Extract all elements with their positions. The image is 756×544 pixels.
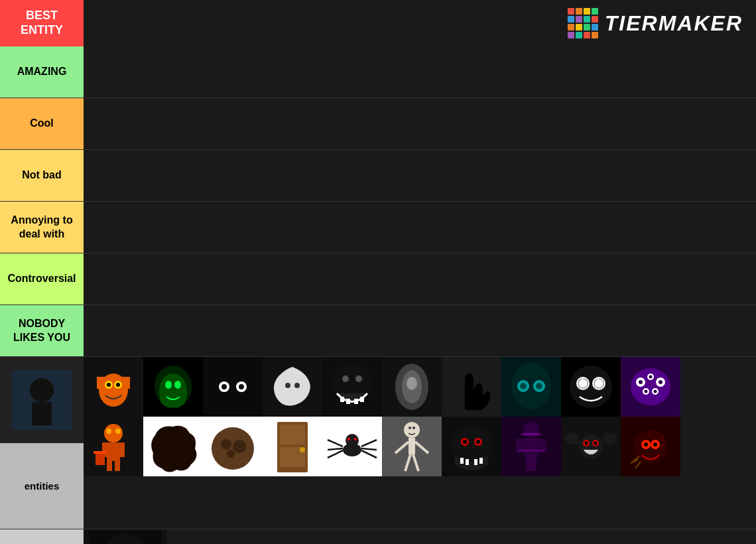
tier-label-cool: Cool	[0, 98, 84, 149]
header-title: BESTENTITY	[0, 0, 84, 46]
svg-point-130	[653, 442, 657, 446]
svg-point-59	[104, 424, 123, 442]
svg-point-1	[30, 378, 54, 402]
entity-ghost-green[interactable]	[143, 357, 203, 417]
entity-spiked-creature[interactable]	[621, 417, 680, 476]
svg-point-8	[116, 383, 120, 387]
svg-point-55	[659, 380, 662, 384]
svg-point-123	[585, 442, 588, 445]
svg-point-19	[239, 384, 244, 389]
entity-spiral-face[interactable]	[561, 357, 621, 417]
svg-rect-9	[97, 377, 105, 389]
entity-row-1	[84, 357, 756, 417]
svg-rect-64	[115, 461, 120, 471]
svg-point-14	[174, 381, 181, 389]
svg-rect-28	[346, 399, 350, 404]
entity-orange-cat[interactable]	[84, 357, 143, 417]
svg-point-98	[409, 427, 411, 429]
svg-point-111	[523, 422, 539, 438]
entity-white-spiral[interactable]	[263, 357, 322, 417]
svg-rect-115	[526, 458, 531, 471]
svg-rect-93	[409, 438, 415, 454]
svg-point-105	[476, 440, 480, 444]
tier-content-controversial	[84, 253, 756, 305]
svg-rect-10	[122, 377, 130, 389]
entities-unranked-area: entities	[0, 357, 756, 529]
svg-rect-116	[531, 458, 536, 471]
bottom-row	[0, 529, 756, 544]
entity-door[interactable]	[263, 417, 322, 476]
tier-label-amazing: AMAZING	[0, 46, 84, 98]
tier-label-controversial: Controversial	[0, 253, 84, 305]
svg-rect-117	[521, 433, 541, 435]
svg-point-26	[355, 375, 362, 382]
tier-label-notbad: Not bad	[0, 150, 84, 201]
entity-teal-eyes[interactable]	[501, 357, 561, 417]
entities-grid	[84, 357, 756, 529]
entity-dark-monster[interactable]	[442, 417, 501, 476]
tier-label-annoying: Annoying to deal with	[0, 202, 84, 253]
svg-point-25	[342, 375, 349, 382]
tier-content-notbad	[84, 150, 756, 201]
svg-rect-108	[474, 459, 477, 465]
svg-rect-62	[118, 442, 125, 457]
header: BESTENTITY TiERMAKER	[0, 0, 756, 46]
svg-point-71	[212, 427, 254, 470]
svg-point-74	[227, 450, 235, 458]
svg-rect-106	[460, 458, 464, 464]
entity-eyes-dark[interactable]	[203, 357, 263, 417]
svg-point-72	[221, 439, 231, 450]
svg-rect-67	[95, 453, 105, 465]
tier-row-notbad: Not bad	[0, 150, 756, 202]
svg-rect-27	[340, 397, 344, 402]
entity-shadow-person[interactable]	[501, 417, 561, 476]
tier-label-nobody: NOBODY LIKES YOU	[0, 305, 84, 356]
tier-row-amazing: AMAZING	[0, 46, 756, 98]
entities-label: entities	[0, 357, 84, 529]
entities-text-label: entities	[0, 443, 84, 529]
entity-dark-figure	[12, 370, 72, 430]
tier-content-annoying	[84, 202, 756, 253]
svg-point-89	[347, 438, 350, 441]
svg-point-13	[165, 381, 172, 389]
tier-content-cool	[84, 98, 756, 149]
big-smiley-entity	[84, 529, 167, 544]
svg-point-66	[115, 429, 121, 434]
svg-point-57	[654, 390, 657, 393]
entity-skeleton[interactable]	[382, 417, 442, 476]
tier-row-cool: Cool	[0, 98, 756, 150]
svg-point-22	[294, 383, 300, 388]
entity-dark-grin[interactable]	[322, 357, 382, 417]
svg-point-124	[594, 442, 598, 445]
svg-rect-77	[280, 425, 305, 444]
entity-grey-ghost[interactable]	[382, 357, 442, 417]
svg-rect-2	[32, 402, 52, 425]
svg-point-56	[645, 390, 648, 393]
tier-maker-container: BESTENTITY TiERMAKER AMAZING Cool Not ba…	[0, 0, 756, 544]
entity-purple-eyes[interactable]	[621, 357, 680, 417]
svg-rect-29	[354, 399, 358, 404]
tier-content-amazing	[84, 46, 756, 98]
svg-rect-68	[94, 451, 107, 454]
svg-point-65	[106, 429, 111, 434]
bottom-label-col	[0, 529, 84, 544]
entity-mud-blob[interactable]	[203, 417, 263, 476]
svg-point-90	[354, 438, 357, 441]
entity-bat-creature[interactable]	[561, 417, 621, 476]
svg-point-34	[407, 377, 417, 390]
entity-orange-person[interactable]	[84, 417, 143, 476]
tier-row-controversial: Controversial	[0, 253, 756, 305]
entity-splatter[interactable]	[143, 417, 203, 476]
svg-point-82	[346, 434, 359, 447]
svg-point-129	[644, 442, 648, 446]
svg-point-7	[107, 383, 111, 387]
tier-row-annoying: Annoying to deal with	[0, 202, 756, 253]
svg-point-53	[639, 380, 643, 384]
svg-point-120	[579, 435, 603, 458]
bottom-content	[84, 529, 756, 544]
svg-point-73	[233, 440, 246, 453]
entity-spider[interactable]	[322, 417, 382, 476]
svg-point-54	[649, 375, 653, 379]
svg-point-41	[511, 363, 551, 409]
entity-shadow-hand[interactable]	[442, 357, 501, 417]
